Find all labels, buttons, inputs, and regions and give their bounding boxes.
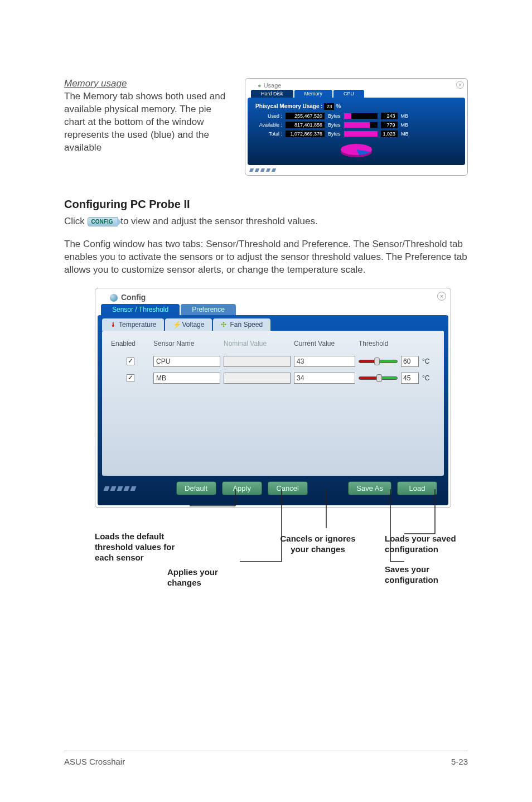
unit-label: °C [422,357,429,365]
mem-bytes: 1,072,869,376 [286,131,325,137]
memory-usage-heading: Memory usage [64,78,235,89]
mem-row-total: Total : 1,072,869,376 Bytes 1,023 MB [255,131,457,137]
enabled-checkbox[interactable] [127,357,134,365]
subtab-label: Voltage [182,321,204,328]
sensor-row-mb: °C [109,370,437,386]
threshold-slider[interactable] [359,360,398,363]
mem-bar [344,113,378,119]
physical-memory-pct: 23 [324,103,334,110]
tab-preference[interactable]: Preference [181,304,236,315]
click-post: to view and adjust the sensor threshold … [120,216,317,226]
mem-bytes: 255,467,520 [286,113,325,119]
usage-window-title: Usage [248,81,465,90]
memory-pie-chart [255,142,457,161]
callout-load: Loads your saved configuration [385,534,480,555]
mem-label: Used : [255,113,282,119]
bytes-unit: Bytes [328,131,341,137]
close-icon[interactable]: × [437,292,446,301]
col-sensor-name: Sensor Name [153,340,220,347]
thermometer-icon: 🌡 [110,321,115,328]
config-window: × Config Sensor / Threshold Preference 🌡… [95,288,451,508]
memory-usage-body: The Memory tab shows both used and avail… [64,90,235,154]
mem-mb: 779 [381,122,398,128]
threshold-slider[interactable] [359,376,398,380]
sensor-row-cpu: °C [109,353,437,370]
callout-default: Loads the default threshold values for e… [95,532,195,563]
nominal-input [224,356,291,367]
voltage-icon: ⚡ [173,321,178,328]
pct-unit: % [336,103,341,109]
enabled-checkbox[interactable] [127,374,134,382]
current-value [294,373,355,384]
subtab-fan-speed[interactable]: ✣ Fan Speed [213,318,270,331]
sensor-name-input[interactable] [153,356,220,367]
col-current: Current Value [294,340,355,347]
callout-cancel: Cancels or ignores your changes [279,534,357,555]
mb-unit: MB [401,113,409,119]
config-window-title: Config [98,291,448,304]
close-icon[interactable]: × [456,81,464,89]
config-button-inline[interactable]: CONFIG [88,217,118,227]
mem-bar [344,131,378,137]
mem-row-used: Used : 255,467,520 Bytes 243 MB [255,113,457,119]
mem-row-available: Available : 817,401,856 Bytes 779 MB [255,122,457,128]
col-enabled: Enabled [111,340,150,347]
callout-apply: Applies your changes [167,567,245,588]
callout-save: Saves your configuration [385,564,480,586]
nominal-input [224,373,291,384]
col-nominal: Nominal Value [224,340,291,347]
mem-label: Total : [255,131,282,137]
mb-unit: MB [401,131,409,137]
tab-cpu[interactable]: CPU [333,90,364,98]
config-description: The Config window has two tabs: Sensor/T… [64,238,468,277]
physical-memory-label: Phisycal Memory Usage : [255,103,323,109]
mem-mb: 243 [381,113,398,119]
col-threshold: Threshold [359,340,448,347]
footer-right: 5-23 [451,757,468,766]
page-footer: ASUS Crosshair 5-23 [64,751,468,766]
sensor-name-input[interactable] [153,373,220,384]
sensor-table-header: Enabled Sensor Name Nominal Value Curren… [109,336,437,353]
click-pre: Click [64,216,88,226]
tab-hard-disk[interactable]: Hard Disk [251,90,293,98]
fan-icon: ✣ [221,321,226,328]
mem-bar [344,122,378,128]
callouts: Loads the default threshold values for e… [95,511,451,601]
footer-left: ASUS Crosshair [64,757,125,766]
tab-sensor-threshold[interactable]: Sensor / Threshold [101,304,180,315]
threshold-input[interactable] [401,373,419,384]
subtab-label: Temperature [119,321,156,328]
mb-unit: MB [401,122,409,128]
mem-bytes: 817,401,856 [286,122,325,128]
resize-grip[interactable] [248,165,465,173]
mem-label: Available : [255,122,282,128]
subtab-temperature[interactable]: 🌡 Temperature [102,318,164,331]
threshold-input[interactable] [401,356,419,367]
subtab-label: Fan Speed [230,321,263,328]
current-value [294,356,355,367]
bytes-unit: Bytes [328,113,341,119]
configuring-heading: Configuring PC Probe II [64,198,468,211]
unit-label: °C [422,374,429,382]
tab-memory[interactable]: Memory [294,90,333,98]
bytes-unit: Bytes [328,122,341,128]
usage-window: × Usage Hard Disk Memory CPU Phisycal Me… [245,78,468,176]
subtab-voltage[interactable]: ⚡ Voltage [165,318,212,331]
mem-mb: 1,023 [381,131,398,137]
